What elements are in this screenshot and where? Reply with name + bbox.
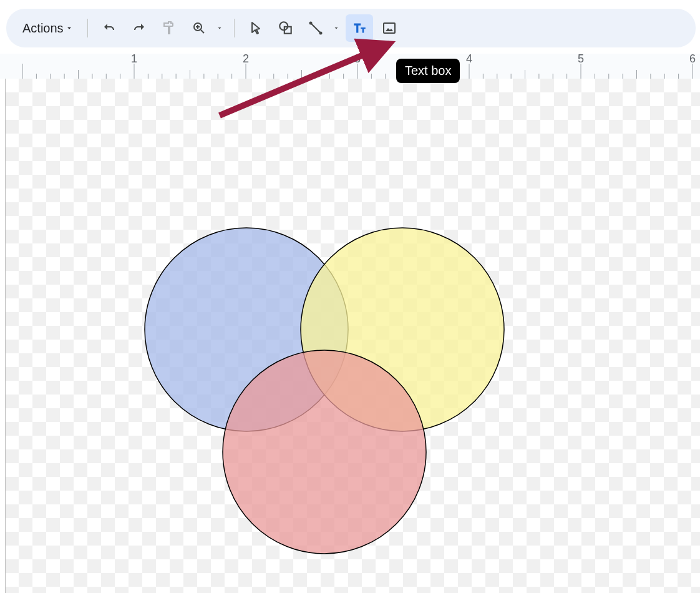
svg-point-8 bbox=[319, 32, 322, 35]
caret-down-icon bbox=[333, 24, 340, 32]
tooltip-textbox: Text box bbox=[396, 59, 460, 83]
line-icon bbox=[308, 21, 323, 36]
line-dropdown[interactable] bbox=[329, 14, 343, 42]
line-group[interactable] bbox=[302, 14, 343, 42]
svg-text:6: 6 bbox=[689, 54, 696, 65]
zoom-button[interactable] bbox=[185, 14, 213, 42]
shape-tool-button[interactable] bbox=[272, 14, 299, 42]
separator bbox=[234, 19, 235, 37]
venn-diagram[interactable] bbox=[0, 79, 700, 593]
textbox-tool-button[interactable] bbox=[346, 14, 373, 42]
svg-rect-9 bbox=[384, 23, 395, 33]
svg-text:3: 3 bbox=[354, 54, 361, 65]
svg-point-7 bbox=[309, 22, 312, 25]
image-icon bbox=[382, 21, 397, 36]
svg-text:1: 1 bbox=[131, 54, 137, 65]
undo-button[interactable] bbox=[95, 14, 123, 42]
line-tool-button[interactable] bbox=[302, 14, 329, 42]
ruler-svg: 123456 bbox=[0, 54, 700, 79]
textbox-icon bbox=[351, 20, 367, 36]
zoom-dropdown[interactable] bbox=[213, 14, 226, 42]
svg-text:2: 2 bbox=[243, 54, 249, 65]
drawing-canvas[interactable]: Text box bbox=[0, 79, 700, 593]
svg-line-6 bbox=[311, 23, 321, 33]
redo-button[interactable] bbox=[125, 14, 153, 42]
caret-down-icon bbox=[216, 24, 223, 32]
cursor-icon bbox=[248, 21, 263, 36]
shape-icon bbox=[278, 20, 294, 36]
actions-label: Actions bbox=[22, 21, 64, 36]
image-tool-button[interactable] bbox=[376, 14, 403, 42]
separator bbox=[87, 19, 88, 37]
actions-menu-button[interactable]: Actions bbox=[16, 17, 80, 39]
paint-format-icon bbox=[162, 21, 177, 36]
redo-icon bbox=[132, 21, 147, 36]
horizontal-ruler: 123456 bbox=[0, 54, 700, 79]
zoom-group[interactable] bbox=[185, 14, 226, 42]
paint-format-button bbox=[155, 14, 183, 42]
svg-text:5: 5 bbox=[578, 54, 584, 65]
undo-icon bbox=[102, 21, 117, 36]
venn-circle[interactable] bbox=[223, 350, 426, 554]
svg-line-1 bbox=[201, 30, 204, 33]
tooltip-label: Text box bbox=[405, 64, 451, 77]
svg-text:4: 4 bbox=[466, 54, 472, 65]
zoom-icon bbox=[192, 21, 207, 36]
caret-down-icon bbox=[65, 24, 74, 32]
select-tool-button[interactable] bbox=[242, 14, 270, 42]
toolbar: Actions bbox=[6, 9, 696, 47]
